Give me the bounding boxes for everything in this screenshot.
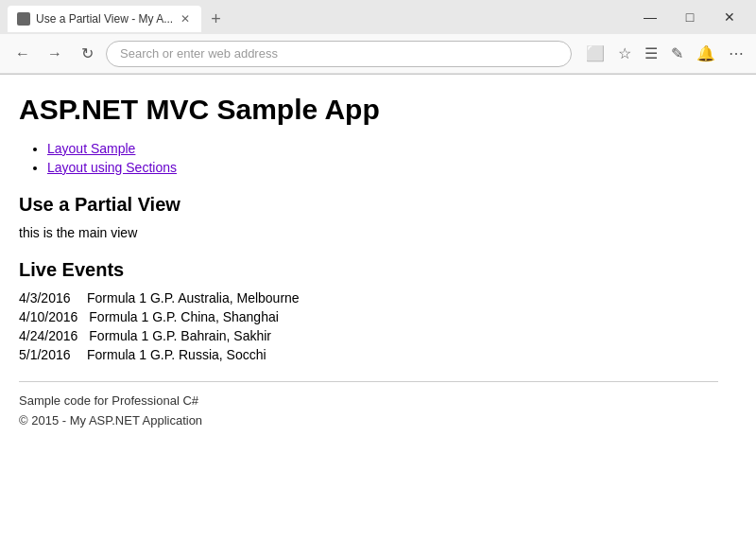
back-button[interactable]: ← xyxy=(9,41,36,67)
share-icon[interactable]: 🔔 xyxy=(694,42,718,65)
footer: Sample code for Professional C# © 2015 -… xyxy=(19,392,718,431)
close-button[interactable]: ✕ xyxy=(711,4,748,30)
tab-close-button[interactable]: ✕ xyxy=(179,12,192,26)
site-title: ASP.NET MVC Sample App xyxy=(19,94,718,126)
event-name: Formula 1 G.P. Australia, Melbourne xyxy=(87,290,300,305)
hub-icon[interactable]: ☰ xyxy=(642,42,661,65)
nav-icons: ⬜ ☆ ☰ ✎ 🔔 ⋯ xyxy=(583,42,747,65)
tab-title: Use a Partial View - My A... xyxy=(36,12,173,26)
layout-sections-link[interactable]: Layout using Sections xyxy=(47,160,177,175)
address-text: Search or enter web address xyxy=(120,46,278,61)
live-events-heading: Live Events xyxy=(19,259,718,281)
refresh-button[interactable]: ↻ xyxy=(74,41,100,67)
layout-sample-link[interactable]: Layout Sample xyxy=(47,141,135,156)
notes-icon[interactable]: ✎ xyxy=(668,42,686,65)
event-row: 5/1/2016Formula 1 G.P. Russia, Socchi xyxy=(19,347,718,362)
event-name: Formula 1 G.P. Russia, Socchi xyxy=(87,347,266,362)
footer-line2: © 2015 - My ASP.NET Application xyxy=(19,411,718,431)
reader-icon[interactable]: ⬜ xyxy=(583,42,608,65)
nav-link-item: Layout using Sections xyxy=(47,160,718,175)
browser-chrome: Use a Partial View - My A... ✕ + — □ ✕ ←… xyxy=(0,0,756,75)
events-list: 4/3/2016Formula 1 G.P. Australia, Melbou… xyxy=(19,290,718,362)
page-content: ASP.NET MVC Sample App Layout Sample Lay… xyxy=(0,75,737,450)
event-date: 4/10/2016 xyxy=(19,309,77,324)
event-row: 4/3/2016Formula 1 G.P. Australia, Melbou… xyxy=(19,290,718,305)
event-date: 5/1/2016 xyxy=(19,347,76,362)
footer-line1: Sample code for Professional C# xyxy=(19,392,718,411)
event-name: Formula 1 G.P. China, Shanghai xyxy=(89,309,279,324)
nav-links: Layout Sample Layout using Sections xyxy=(19,141,718,175)
event-date: 4/3/2016 xyxy=(19,290,76,305)
nav-link-item: Layout Sample xyxy=(47,141,718,156)
forward-button[interactable]: → xyxy=(42,41,68,67)
maximize-button[interactable]: □ xyxy=(671,4,709,30)
event-row: 4/24/2016Formula 1 G.P. Bahrain, Sakhir xyxy=(19,328,718,343)
event-date: 4/24/2016 xyxy=(19,328,77,343)
main-view-text: this is the main view xyxy=(19,225,718,240)
event-row: 4/10/2016Formula 1 G.P. China, Shanghai xyxy=(19,309,718,324)
more-icon[interactable]: ⋯ xyxy=(726,42,747,65)
window-controls: — □ ✕ xyxy=(631,4,748,30)
minimize-button[interactable]: — xyxy=(631,4,669,30)
browser-tab[interactable]: Use a Partial View - My A... ✕ xyxy=(8,6,201,32)
address-bar[interactable]: Search or enter web address xyxy=(106,41,572,67)
tab-favicon xyxy=(17,12,30,26)
favorites-icon[interactable]: ☆ xyxy=(615,42,634,65)
footer-divider xyxy=(19,381,718,382)
event-name: Formula 1 G.P. Bahrain, Sakhir xyxy=(89,328,271,343)
nav-bar: ← → ↻ Search or enter web address ⬜ ☆ ☰ … xyxy=(0,34,756,74)
partial-view-heading: Use a Partial View xyxy=(19,194,718,216)
new-tab-button[interactable]: + xyxy=(205,9,227,29)
title-bar: Use a Partial View - My A... ✕ + — □ ✕ xyxy=(0,0,756,34)
